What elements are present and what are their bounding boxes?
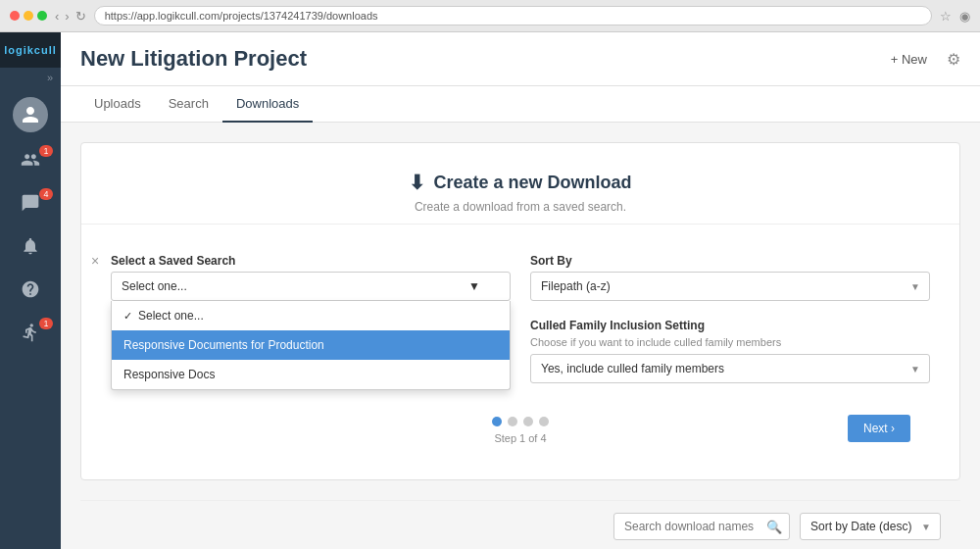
browser-nav: ‹ › ↻	[55, 9, 86, 24]
close-dot[interactable]	[10, 11, 20, 21]
page-title: New Litigation Project	[80, 46, 307, 72]
close-button[interactable]: ×	[91, 254, 99, 268]
topbar: New Litigation Project + New ⚙	[61, 32, 980, 86]
help-icon	[21, 279, 40, 299]
avatar[interactable]	[13, 97, 48, 132]
tabs-bar: Uploads Search Downloads	[61, 86, 980, 123]
dropdown-item-responsive-docs[interactable]: Responsive Docs	[112, 360, 510, 389]
dropdown-item-responsive-docs-production[interactable]: Responsive Documents for Production	[112, 330, 510, 360]
culled-family-group: Culled Family Inclusion Setting Choose i…	[530, 319, 930, 383]
browser-actions: ☆ ◉	[940, 9, 970, 24]
gear-icon[interactable]: ⚙	[947, 50, 960, 69]
create-download-title: ⬇ Create a new Download	[101, 171, 940, 194]
saved-search-dropdown[interactable]: Select one... ▼ ✓ Select one...	[111, 272, 511, 301]
sort-by-select[interactable]: Filepath (a-z)	[530, 272, 930, 301]
activity-icon	[21, 323, 40, 342]
saved-search-menu: ✓ Select one... Responsive Documents for…	[111, 301, 511, 390]
sidebar: logikcull » 1	[0, 32, 61, 549]
bottom-controls: 🔍 Sort by Date (desc) Sort by Date (asc)…	[80, 500, 960, 549]
bell-icon	[21, 236, 40, 256]
sidebar-item-help[interactable]	[0, 270, 61, 309]
browser-chrome: ‹ › ↻ https://app.logikcull.com/projects…	[0, 0, 980, 32]
step-label: Step 1 of 4	[494, 432, 546, 444]
sidebar-item-notifications[interactable]	[0, 226, 61, 266]
maximize-dot[interactable]	[37, 11, 47, 21]
create-download-header: ⬇ Create a new Download Create a downloa…	[81, 143, 959, 225]
activity-badge: 1	[39, 318, 53, 329]
saved-search-value: Select one...	[122, 279, 187, 293]
sort-downloads-wrapper: Sort by Date (desc) Sort by Date (asc) ▼	[800, 513, 941, 540]
sort-downloads-select[interactable]: Sort by Date (desc) Sort by Date (asc)	[800, 513, 941, 540]
sidebar-nav: 1 4	[0, 140, 61, 352]
sidebar-item-users[interactable]: 1	[0, 140, 61, 179]
form-row-1: Select a Saved Search Select one... ▼ ✓	[111, 254, 930, 301]
new-button[interactable]: + New	[883, 48, 935, 71]
tab-uploads[interactable]: Uploads	[80, 86, 155, 123]
steps-indicator	[492, 417, 549, 426]
search-icon: 🔍	[766, 520, 782, 534]
create-download-card: ⬇ Create a new Download Create a downloa…	[80, 142, 960, 480]
users-badge: 1	[39, 145, 53, 157]
step-3-dot	[523, 417, 533, 426]
step-4-dot	[539, 417, 549, 426]
logo-text: logikcull	[4, 44, 57, 56]
sidebar-item-activity[interactable]: 1	[0, 313, 61, 352]
collapse-icon: »	[47, 72, 53, 83]
step-2-dot	[508, 417, 517, 426]
tab-downloads[interactable]: Downloads	[222, 86, 313, 123]
main-content: New Litigation Project + New ⚙ Uploads S…	[61, 32, 980, 549]
dropdown-arrow-icon: ▼	[468, 279, 480, 293]
create-download-subtitle: Create a download from a saved search.	[101, 200, 940, 214]
sort-by-group: Sort By Filepath (a-z) ▼	[530, 254, 930, 301]
chat-icon	[21, 193, 40, 213]
dropdown-item-select-one[interactable]: ✓ Select one...	[112, 301, 510, 330]
sidebar-collapse-btn[interactable]: »	[0, 68, 61, 87]
page-content: ⬇ Create a new Download Create a downloa…	[61, 123, 980, 549]
browser-dots	[10, 11, 47, 21]
forward-icon[interactable]: ›	[65, 9, 69, 24]
form-area: × Select a Saved Search Select one... ▼	[81, 244, 959, 479]
refresh-icon[interactable]: ↻	[75, 9, 86, 24]
culled-family-dropdown-wrapper: Yes, include culled family members ▼	[530, 354, 930, 383]
url-text: https://app.logikcull.com/projects/13742…	[105, 10, 378, 22]
saved-search-trigger[interactable]: Select one... ▼	[111, 272, 511, 301]
culled-family-label: Culled Family Inclusion Setting	[530, 319, 930, 332]
sort-by-label: Sort By	[530, 254, 930, 268]
tab-search[interactable]: Search	[155, 86, 222, 123]
step-1-dot	[492, 417, 502, 426]
star-icon[interactable]: ☆	[940, 9, 952, 24]
extensions-icon[interactable]: ◉	[959, 9, 970, 24]
person-icon	[21, 105, 40, 125]
url-bar[interactable]: https://app.logikcull.com/projects/13742…	[94, 6, 932, 25]
download-arrow-icon: ⬇	[409, 171, 425, 194]
saved-search-label: Select a Saved Search	[111, 254, 511, 268]
sidebar-item-messages[interactable]: 4	[0, 183, 61, 223]
back-icon[interactable]: ‹	[55, 9, 59, 24]
next-button[interactable]: Next ›	[848, 415, 910, 442]
culled-family-sublabel: Choose if you want to include culled fam…	[530, 336, 930, 348]
minimize-dot[interactable]	[24, 11, 33, 21]
topbar-actions: + New ⚙	[883, 48, 960, 71]
search-downloads-wrapper: 🔍	[613, 513, 790, 540]
search-downloads-input[interactable]	[613, 513, 790, 540]
sidebar-logo[interactable]: logikcull	[0, 32, 61, 68]
culled-family-select[interactable]: Yes, include culled family members	[530, 354, 930, 383]
messages-badge: 4	[39, 188, 53, 200]
users-icon	[21, 150, 40, 170]
checkmark-icon: ✓	[123, 310, 132, 323]
sort-by-dropdown-wrapper: Filepath (a-z) ▼	[530, 272, 930, 301]
saved-search-group: Select a Saved Search Select one... ▼ ✓	[111, 254, 511, 301]
